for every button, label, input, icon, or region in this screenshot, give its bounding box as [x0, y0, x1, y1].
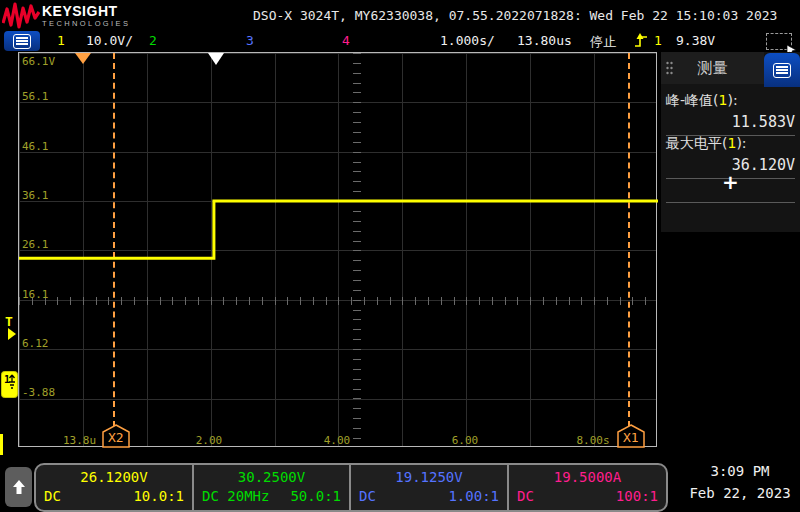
trigger-level-arrow-icon[interactable]: [8, 328, 16, 340]
expand-up-button[interactable]: [5, 467, 32, 507]
channel2-coupling: DC 20MHz: [202, 487, 269, 506]
trigger-source[interactable]: 1: [654, 33, 662, 48]
channel2-probe: 50.0:1: [290, 487, 341, 506]
channel3-coupling: DC: [359, 487, 376, 506]
measurement-panel: 测量 峰-峰值(1): 11.583V 最大电平(1): 36.120V +: [661, 52, 800, 232]
channel3-readout[interactable]: 19.1250V DC 1.00:1: [349, 465, 507, 510]
instrument-title: DSO-X 3024T, MY62330038, 07.55.202207182…: [253, 8, 777, 23]
trigger-level[interactable]: 9.38V: [676, 33, 715, 48]
measurement-value: 11.583V: [666, 113, 795, 131]
channel1-key[interactable]: 1: [57, 33, 65, 48]
channel4-probe: 100:1: [616, 487, 658, 506]
channel3-offset: 19.1250V: [359, 468, 499, 487]
channel4-offset: 19.5000A: [517, 468, 658, 487]
time-display: 3:09 PM: [686, 460, 794, 482]
channel1-offset: 26.1200V: [44, 468, 184, 487]
add-measurement-button[interactable]: +: [661, 172, 800, 192]
measurement-row[interactable]: 峰-峰值(1): 11.583V: [666, 92, 795, 136]
oscilloscope-screen: KEYSIGHT TECHNOLOGIES DSO-X 3024T, MY623…: [0, 0, 800, 512]
title-bar: KEYSIGHT TECHNOLOGIES DSO-X 3024T, MY623…: [0, 0, 800, 30]
bottom-bar: 26.1200V DC 10.0:1 30.2500V DC 20MHz 50.…: [0, 455, 800, 512]
brand-name: KEYSIGHT: [42, 4, 130, 18]
channel-readout-group: 26.1200V DC 10.0:1 30.2500V DC 20MHz 50.…: [34, 463, 668, 512]
channel2-offset: 30.2500V: [202, 468, 341, 487]
channel1-readout[interactable]: 26.1200V DC 10.0:1: [36, 465, 192, 510]
drag-handle-icon[interactable]: [717, 61, 724, 75]
channel1-coupling: DC: [44, 487, 61, 506]
channel4-coupling: DC: [517, 487, 534, 506]
channel4-key[interactable]: 4: [342, 33, 350, 48]
clock-block: 3:09 PM Feb 22, 2023: [686, 460, 794, 504]
menu-icon: [773, 63, 791, 78]
channel2-key[interactable]: 2: [149, 33, 157, 48]
trigger-level-marker[interactable]: T: [5, 314, 13, 329]
brand-sub: TECHNOLOGIES: [42, 20, 130, 28]
channel1-waveform: [19, 53, 658, 448]
separator: [666, 202, 795, 203]
main-menu-button[interactable]: [4, 31, 40, 51]
channel1-ground-marker[interactable]: 1: [1, 371, 18, 398]
date-display: Feb 22, 2023: [686, 482, 794, 504]
svg-text:1: 1: [4, 374, 10, 385]
timebase-readout[interactable]: 1.000s/: [440, 33, 495, 48]
measurement-label: 最大电平: [666, 135, 722, 151]
menu-icon: [13, 34, 31, 49]
channel4-readout[interactable]: 19.5000A DC 100:1: [507, 465, 666, 510]
run-state: 停止: [590, 33, 616, 51]
channel3-key[interactable]: 3: [246, 33, 254, 48]
channel1-scale[interactable]: 10.0V/: [86, 33, 133, 48]
channel1-probe: 10.0:1: [133, 487, 184, 506]
status-bar: 1 10.0V/ 2 3 4 1.000s/ 13.80us 停止 1 9.38…: [0, 30, 800, 52]
channel2-readout[interactable]: 30.2500V DC 20MHz 50.0:1: [192, 465, 349, 510]
trigger-edge-icon: [634, 33, 649, 49]
chann3-probe: 1.00:1: [448, 487, 499, 506]
brand-block: KEYSIGHT TECHNOLOGIES: [42, 4, 130, 28]
delay-readout[interactable]: 13.80us: [517, 33, 572, 48]
waveform-graticule[interactable]: 66.1V 56.1 46.1 36.1 26.1 16.1 6.12 -3.8…: [18, 52, 657, 447]
measurement-panel-header[interactable]: 测量: [661, 52, 764, 84]
up-arrow-icon: [12, 479, 26, 495]
panel-menu-button[interactable]: [764, 53, 800, 87]
drag-handle-icon[interactable]: [666, 61, 673, 75]
touch-select-icon[interactable]: [766, 33, 792, 50]
keysight-logo-icon: [2, 1, 40, 29]
measurement-label: 峰-峰值: [666, 92, 713, 108]
